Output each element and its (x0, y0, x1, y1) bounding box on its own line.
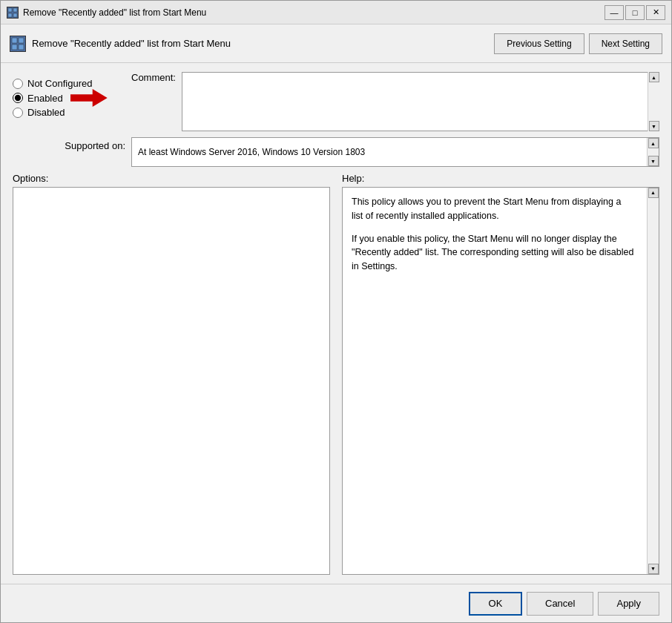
header-icon (10, 36, 26, 52)
title-bar-left: Remove "Recently added" list from Start … (7, 7, 206, 19)
comment-scrollbar: ▲ ▼ (648, 72, 659, 131)
svg-rect-2 (8, 13, 12, 17)
help-paragraph-1: This policy allows you to prevent the St… (352, 195, 635, 223)
options-header: Options: (13, 173, 330, 184)
not-configured-radio[interactable] (13, 79, 23, 89)
help-scroll-up[interactable]: ▲ (648, 188, 659, 198)
header-buttons: Previous Setting Next Setting (494, 33, 662, 54)
comment-section: Comment: ▲ ▼ (131, 72, 659, 131)
cancel-button[interactable]: Cancel (527, 592, 593, 616)
top-section: Not Configured Enabled Disabled Comment: (13, 72, 659, 131)
help-scroll-down[interactable]: ▼ (648, 564, 659, 574)
window-title: Remove "Recently added" list from Start … (23, 7, 206, 18)
enabled-option[interactable]: Enabled (13, 89, 131, 107)
options-panel: Options: (13, 173, 330, 575)
supported-label: Supported on: (13, 137, 125, 151)
next-setting-button[interactable]: Next Setting (589, 33, 662, 54)
comment-label: Comment: (131, 72, 176, 83)
disabled-option[interactable]: Disabled (13, 107, 131, 118)
not-configured-label: Not Configured (27, 78, 92, 89)
content-area: Not Configured Enabled Disabled Comment: (1, 63, 671, 584)
apply-button[interactable]: Apply (598, 592, 659, 616)
main-window: Remove "Recently added" list from Start … (0, 0, 672, 623)
svg-rect-7 (19, 44, 24, 50)
supported-section: Supported on: At least Windows Server 20… (13, 137, 659, 167)
previous-setting-button[interactable]: Previous Setting (494, 33, 584, 54)
supported-scroll-down[interactable]: ▼ (648, 156, 659, 166)
scroll-down-arrow[interactable]: ▼ (649, 121, 659, 131)
enabled-radio[interactable] (13, 93, 23, 103)
help-paragraph-2: If you enable this policy, the Start Men… (352, 232, 635, 274)
arrow-icon (70, 89, 108, 107)
not-configured-option[interactable]: Not Configured (13, 78, 131, 89)
header-title: Remove "Recently added" list from Start … (32, 38, 231, 49)
svg-rect-0 (8, 8, 12, 12)
options-box (13, 187, 330, 575)
close-button[interactable]: ✕ (646, 5, 665, 20)
window-icon (7, 7, 19, 19)
help-header: Help: (342, 173, 659, 184)
options-help-section: Options: Help: This policy allows you to… (13, 173, 659, 575)
help-scrollbar: ▲ ▼ (647, 188, 659, 574)
help-box: This policy allows you to prevent the St… (342, 187, 659, 575)
disabled-radio[interactable] (13, 108, 23, 118)
title-bar-controls: — □ ✕ (605, 5, 665, 20)
ok-button[interactable]: OK (469, 592, 522, 616)
footer: OK Cancel Apply (1, 584, 671, 622)
svg-rect-6 (12, 44, 17, 50)
supported-scrollbar: ▲ ▼ (647, 138, 659, 166)
header-left: Remove "Recently added" list from Start … (10, 36, 231, 52)
scroll-up-arrow[interactable]: ▲ (649, 72, 659, 82)
svg-rect-4 (12, 38, 17, 43)
svg-rect-3 (13, 13, 17, 17)
disabled-label: Disabled (27, 107, 65, 118)
minimize-button[interactable]: — (605, 5, 624, 20)
title-bar: Remove "Recently added" list from Start … (1, 1, 671, 24)
svg-rect-1 (13, 8, 17, 12)
supported-scroll-up[interactable]: ▲ (648, 138, 659, 148)
supported-box: At least Windows Server 2016, Windows 10… (131, 137, 659, 167)
left-controls: Not Configured Enabled Disabled (13, 72, 131, 118)
help-text: This policy allows you to prevent the St… (352, 195, 650, 274)
enabled-label: Enabled (27, 93, 63, 104)
supported-value: At least Windows Server 2016, Windows 10… (138, 147, 365, 157)
svg-rect-5 (19, 38, 24, 43)
help-panel: Help: This policy allows you to prevent … (342, 173, 659, 575)
maximize-button[interactable]: □ (625, 5, 645, 20)
header-bar: Remove "Recently added" list from Start … (1, 24, 671, 63)
comment-textarea[interactable] (182, 72, 659, 131)
